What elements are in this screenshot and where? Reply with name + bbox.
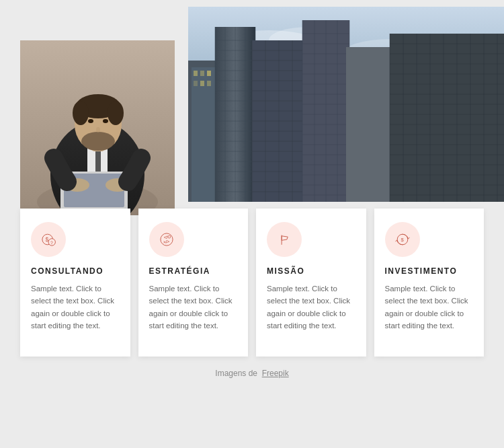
svg-point-126 — [160, 233, 172, 246]
card-missao-text[interactable]: Sample text. Click to select the text bo… — [267, 283, 355, 332]
svg-point-116 — [88, 119, 93, 123]
svg-point-114 — [108, 101, 124, 125]
images-section — [0, 0, 504, 229]
card-estrategia-text[interactable]: Sample text. Click to select the text bo… — [149, 283, 238, 332]
city-image-inner — [188, 7, 504, 202]
card-consultando-title: CONSULTANDO — [31, 266, 120, 276]
footer: Imagens de Freepik — [0, 357, 504, 385]
strategy-icon-circle — [149, 222, 184, 257]
svg-rect-11 — [207, 81, 211, 86]
svg-rect-6 — [194, 71, 198, 76]
city-svg — [188, 7, 504, 202]
svg-rect-109 — [95, 148, 101, 175]
page-wrapper: $ CONSULTANDO Sample text. Click to sele… — [0, 0, 504, 448]
svg-rect-9 — [194, 81, 198, 86]
svg-rect-10 — [200, 81, 204, 86]
svg-point-113 — [73, 101, 89, 125]
cards-section: $ CONSULTANDO Sample text. Click to sele… — [0, 209, 504, 357]
investment-icon: $ — [394, 231, 411, 248]
footer-link[interactable]: Freepik — [262, 369, 289, 378]
strategy-icon — [158, 231, 175, 248]
card-missao-title: MISSÃO — [267, 266, 355, 276]
svg-rect-7 — [200, 71, 204, 76]
flag-icon — [276, 231, 293, 248]
svg-rect-8 — [207, 71, 211, 76]
card-investimento-title: INVESTIMENTO — [385, 266, 474, 276]
card-consultando[interactable]: $ CONSULTANDO Sample text. Click to sele… — [20, 209, 130, 357]
card-consultando-text[interactable]: Sample text. Click to select the text bo… — [31, 283, 120, 332]
svg-text:$: $ — [401, 237, 404, 243]
flag-icon-circle — [267, 222, 302, 257]
svg-point-125 — [48, 239, 55, 246]
city-image — [188, 7, 504, 202]
card-investimento[interactable]: $ INVESTIMENTO Sample text. Click to sel… — [374, 209, 485, 357]
card-estrategia[interactable]: ESTRATÉGIA Sample text. Click to select … — [138, 209, 249, 357]
coin-dollar-icon-circle: $ — [31, 222, 66, 257]
card-estrategia-title: ESTRATÉGIA — [149, 266, 238, 276]
svg-rect-5 — [192, 67, 215, 202]
svg-rect-79 — [390, 34, 504, 202]
svg-point-118 — [96, 127, 100, 133]
investment-icon-circle: $ — [385, 222, 420, 257]
svg-point-115 — [81, 132, 115, 151]
svg-point-117 — [103, 119, 108, 123]
svg-point-129 — [167, 235, 170, 238]
card-missao[interactable]: MISSÃO Sample text. Click to select the … — [256, 209, 366, 357]
card-investimento-text[interactable]: Sample text. Click to select the text bo… — [385, 283, 474, 332]
footer-label: Imagens de — [215, 369, 257, 378]
coin-dollar-icon: $ — [40, 231, 57, 248]
person-svg — [20, 40, 175, 215]
person-image — [20, 40, 175, 215]
